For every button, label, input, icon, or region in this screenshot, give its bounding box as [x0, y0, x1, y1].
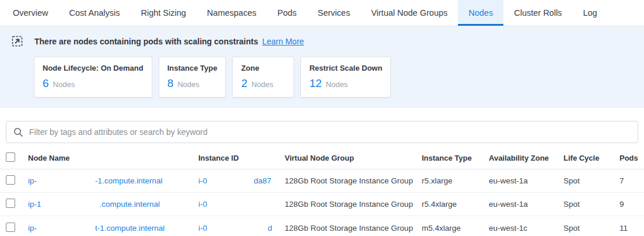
- tab-pods[interactable]: Pods: [267, 0, 307, 26]
- instance-type-cell: r5.xlarge: [422, 176, 489, 185]
- pods-cell: 9: [620, 200, 644, 209]
- tab-log[interactable]: Log: [572, 0, 607, 26]
- node-name-tail: -1.compute.internal: [95, 176, 163, 185]
- tab-cluster-rolls[interactable]: Cluster Rolls: [503, 0, 572, 26]
- table-row: ip-1.compute.internal i-0 128Gb Root Sto…: [0, 193, 644, 216]
- column-header-life-cycle[interactable]: Life Cycle: [564, 154, 620, 162]
- card-value: 8: [167, 77, 174, 90]
- tab-namespaces[interactable]: Namespaces: [197, 0, 267, 26]
- instance-id-prefix: i-0: [198, 224, 207, 232]
- vng-cell: 128Gb Root Storage Instance Group: [285, 200, 422, 209]
- node-name-prefix: ip-1: [28, 200, 41, 209]
- node-name-link[interactable]: ip-1.compute.internal: [28, 200, 198, 209]
- instance-id-link[interactable]: i-0: [198, 200, 285, 209]
- card-title: Node Lifecycle: On Demand: [43, 64, 144, 72]
- table-header-row: Node Name Instance ID Virtual Node Group…: [0, 147, 644, 169]
- cluster-tab-bar: Overview Cost Analysis Right Sizing Name…: [0, 0, 644, 26]
- column-header-instance-id[interactable]: Instance ID: [198, 154, 285, 162]
- instance-type-cell: m5.4xlarge: [422, 224, 489, 232]
- scale-down-constraint-icon: [12, 36, 23, 47]
- card-value: 12: [309, 77, 321, 90]
- row-checkbox[interactable]: [6, 223, 15, 232]
- vng-cell: 128Gb Root Storage Instance Group: [285, 176, 422, 185]
- node-name-link[interactable]: ip--1.compute.internal: [28, 176, 198, 185]
- instance-id-link[interactable]: i-0d: [198, 224, 285, 232]
- filter-section: [6, 121, 638, 143]
- card-unit: Nodes: [53, 80, 75, 89]
- card-unit: Nodes: [177, 80, 200, 89]
- card-node-lifecycle-on-demand[interactable]: Node Lifecycle: On Demand 6 Nodes: [34, 57, 152, 98]
- instance-id-prefix: i-0: [198, 200, 207, 209]
- life-cycle-cell: Spot: [564, 200, 620, 209]
- filter-search-box[interactable]: [6, 121, 638, 143]
- row-checkbox[interactable]: [6, 199, 15, 208]
- learn-more-link[interactable]: Learn More: [262, 37, 304, 46]
- card-unit: Nodes: [326, 80, 348, 89]
- instance-id-tail: d: [268, 224, 272, 232]
- availability-zone-cell: eu-west-1a: [489, 200, 564, 209]
- life-cycle-cell: Spot: [564, 176, 620, 185]
- row-checkbox[interactable]: [6, 175, 15, 185]
- card-instance-type[interactable]: Instance Type 8 Nodes: [159, 57, 226, 98]
- column-header-node-name[interactable]: Node Name: [28, 154, 198, 162]
- card-title: Instance Type: [167, 64, 218, 72]
- tab-virtual-node-groups[interactable]: Virtual Node Groups: [360, 0, 458, 26]
- tab-right-sizing[interactable]: Right Sizing: [130, 0, 196, 26]
- column-header-instance-type[interactable]: Instance Type: [422, 154, 489, 162]
- life-cycle-cell: Spot: [564, 224, 620, 232]
- tab-nodes[interactable]: Nodes: [458, 0, 503, 26]
- select-all-checkbox[interactable]: [6, 152, 15, 162]
- card-value: 6: [43, 77, 49, 90]
- table-row: ip--1.compute.internal i-0da87 128Gb Roo…: [0, 169, 644, 193]
- card-title: Restrict Scale Down: [309, 64, 382, 72]
- instance-id-link[interactable]: i-0da87: [198, 176, 285, 185]
- tab-services[interactable]: Services: [307, 0, 361, 26]
- instance-id-prefix: i-0: [198, 176, 207, 185]
- pods-cell: 11: [620, 224, 644, 232]
- search-icon: [13, 127, 23, 137]
- instance-id-tail: da87: [254, 176, 271, 185]
- card-zone[interactable]: Zone 2 Nodes: [232, 57, 294, 98]
- scaling-constraints-banner: There are nodes containing pods with sca…: [0, 26, 644, 108]
- column-header-virtual-node-group[interactable]: Virtual Node Group: [285, 154, 422, 162]
- tab-overview[interactable]: Overview: [2, 0, 58, 26]
- node-name-tail: .compute.internal: [100, 200, 160, 209]
- alert-row: There are nodes containing pods with sca…: [0, 34, 644, 47]
- node-name-prefix: ip-: [28, 176, 37, 185]
- vng-cell: 128Gb Root Storage Instance Group: [285, 224, 422, 232]
- card-title: Zone: [241, 64, 285, 72]
- column-header-pods[interactable]: Pods: [620, 154, 644, 162]
- card-unit: Nodes: [251, 80, 274, 89]
- node-name-prefix: ip-: [28, 224, 37, 232]
- table-row: ip-t-1.compute.internal i-0d 128Gb Root …: [0, 216, 644, 236]
- alert-message: There are nodes containing pods with sca…: [34, 37, 258, 46]
- instance-type-cell: r5.4xlarge: [422, 200, 489, 209]
- card-value: 2: [241, 77, 247, 90]
- filter-search-input[interactable]: [29, 127, 631, 137]
- availability-zone-cell: eu-west-1a: [489, 176, 564, 185]
- node-name-link[interactable]: ip-t-1.compute.internal: [28, 224, 198, 232]
- tab-cost-analysis[interactable]: Cost Analysis: [58, 0, 130, 26]
- availability-zone-cell: eu-west-1c: [489, 224, 564, 232]
- card-restrict-scale-down[interactable]: Restrict Scale Down 12 Nodes: [300, 57, 391, 98]
- column-header-availability-zone[interactable]: Availability Zone: [489, 154, 564, 162]
- nodes-table: Node Name Instance ID Virtual Node Group…: [0, 147, 644, 236]
- node-name-tail: t-1.compute.internal: [95, 224, 164, 232]
- pods-cell: 7: [620, 176, 644, 185]
- constraint-summary-cards: Node Lifecycle: On Demand 6 Nodes Instan…: [34, 57, 644, 98]
